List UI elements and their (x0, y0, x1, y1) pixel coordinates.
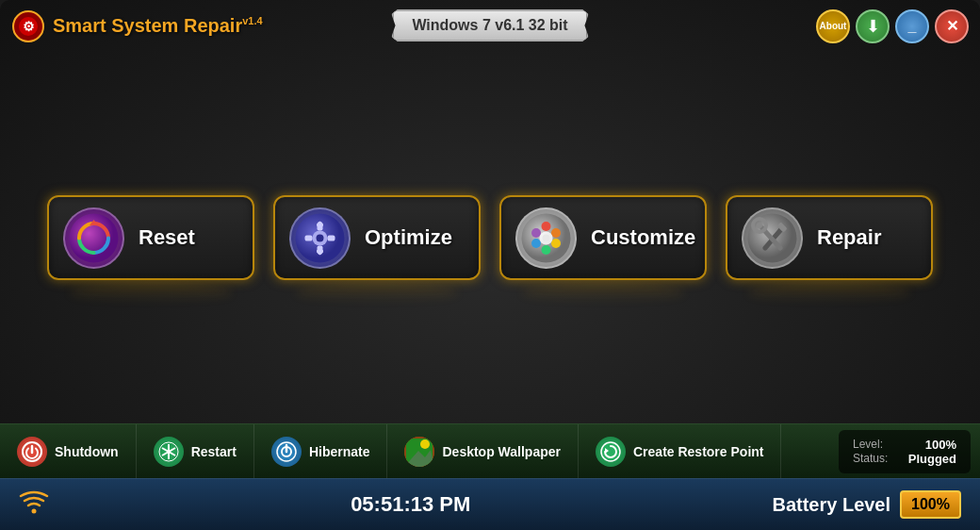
battery-level-row: Level: 100% (853, 438, 956, 452)
customize-label: Customize (591, 225, 695, 250)
svg-rect-11 (328, 235, 335, 240)
restart-label: Restart (191, 444, 237, 459)
hibernate-button[interactable]: Hibernate (254, 424, 388, 478)
version-text: v1.4 (242, 15, 262, 26)
logo-icon: ⚙ (11, 9, 45, 43)
wifi-icon (19, 489, 49, 521)
svg-point-20 (542, 245, 551, 255)
optimize-icon (289, 207, 351, 269)
battery-status-row: Status: Plugged (853, 452, 956, 466)
status-bar: 05:51:13 PM Battery Level 100% (0, 478, 980, 530)
download-icon: ⬇ (866, 16, 880, 37)
svg-point-22 (531, 228, 541, 238)
app-container: ⚙ Smart System Repairv1.4 Windows 7 v6.1… (0, 0, 980, 530)
title-text: Smart System Repair (53, 15, 242, 36)
os-badge: Windows 7 v6.1 32 bit (391, 9, 588, 41)
battery-status-value: Plugged (908, 452, 956, 466)
reset-button[interactable]: Reset (47, 195, 254, 280)
battery-level-area: Battery Level 100% (772, 490, 961, 519)
wallpaper-icon (404, 437, 434, 467)
download-button[interactable]: ⬇ (856, 9, 890, 43)
wallpaper-button[interactable]: Desktop Wallpaper (387, 424, 579, 478)
battery-level-key: Level: (853, 438, 883, 451)
svg-point-17 (542, 222, 551, 231)
svg-point-43 (420, 439, 430, 449)
svg-point-18 (551, 228, 561, 238)
close-icon: ✕ (946, 17, 958, 35)
restore-button[interactable]: Create Restore Point (579, 424, 781, 478)
about-label: About (820, 21, 847, 31)
main-content: Reset (0, 52, 980, 423)
time-display: 05:51:13 PM (351, 492, 470, 517)
customize-button[interactable]: Customize (499, 195, 707, 280)
header: ⚙ Smart System Repairv1.4 Windows 7 v6.1… (0, 0, 980, 52)
battery-level-badge: 100% (900, 490, 961, 519)
restart-button[interactable]: Restart (137, 424, 254, 478)
repair-icon (742, 207, 803, 269)
restore-label: Create Restore Point (633, 444, 763, 459)
battery-level-value: 100% (925, 438, 956, 452)
wallpaper-label: Desktop Wallpaper (442, 444, 561, 459)
window-controls: About ⬇ _ ✕ (816, 9, 969, 43)
svg-point-24 (543, 234, 550, 241)
about-button[interactable]: About (816, 9, 850, 43)
restart-icon (154, 437, 184, 467)
battery-info-panel: Level: 100% Status: Plugged (839, 430, 971, 473)
repair-button[interactable]: Repair (726, 195, 933, 280)
minimize-icon: _ (908, 18, 917, 35)
shutdown-button[interactable]: Shutdown (0, 424, 137, 478)
close-button[interactable]: ✕ (935, 9, 969, 43)
optimize-button[interactable]: Optimize (273, 195, 481, 280)
minimize-button[interactable]: _ (895, 9, 929, 43)
bottom-toolbar: Shutdown Restart (0, 423, 980, 478)
logo-area: ⚙ Smart System Repairv1.4 (11, 9, 263, 43)
repair-label: Repair (817, 225, 881, 250)
shutdown-label: Shutdown (55, 444, 119, 459)
svg-point-30 (757, 223, 762, 228)
svg-point-7 (317, 234, 324, 241)
os-info-text: Windows 7 v6.1 32 bit (412, 17, 567, 33)
shutdown-icon (17, 437, 47, 467)
svg-rect-10 (305, 235, 313, 240)
restore-icon (596, 437, 626, 467)
svg-point-48 (32, 509, 37, 514)
svg-text:⚙: ⚙ (23, 19, 35, 34)
optimize-label: Optimize (365, 225, 452, 250)
reset-label: Reset (139, 225, 195, 250)
reset-icon (63, 207, 124, 269)
hibernate-label: Hibernate (309, 444, 370, 459)
svg-point-19 (551, 239, 561, 248)
battery-level-label: Battery Level (772, 494, 890, 516)
customize-icon (515, 207, 577, 269)
hibernate-icon (271, 437, 302, 467)
battery-status-key: Status: (853, 452, 888, 465)
app-title: Smart System Repairv1.4 (53, 15, 263, 37)
svg-point-21 (531, 239, 541, 248)
